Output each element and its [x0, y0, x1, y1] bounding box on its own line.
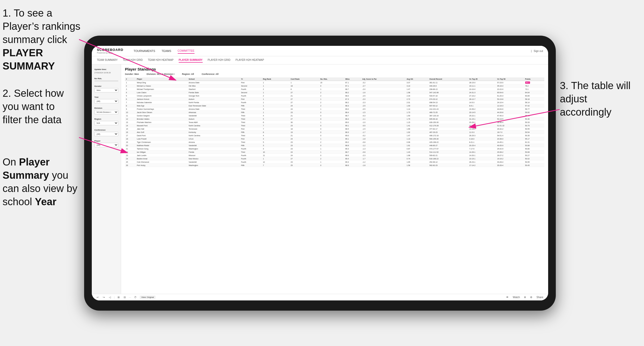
annotation-step3: 3. The table will adjust accordingly — [560, 79, 641, 119]
gender-select[interactable]: Men — [94, 88, 118, 92]
nav-item-teams[interactable]: TEAMS — [162, 48, 171, 53]
table-cell: 50.54 — [524, 131, 544, 134]
undo-button[interactable]: ↩ — [96, 295, 100, 299]
table-cell: -1.8 — [361, 164, 406, 167]
sub-nav-player-h2h-heatmap[interactable]: PLAYER H2H HEATMAP — [236, 58, 264, 63]
table-cell: 1 — [319, 160, 344, 164]
table-cell: -1.3 — [361, 147, 406, 150]
clock-button[interactable]: ⏱ — [133, 295, 138, 299]
table-cell: Ole Miss — [188, 84, 240, 88]
download-button[interactable]: ⬇ — [523, 295, 527, 299]
table-cell: 28-12-7 — [468, 98, 496, 101]
copy-button[interactable]: ⊞ — [117, 295, 121, 299]
table-cell: Maxwell Ford — [136, 124, 188, 127]
table-cell: 14-26-1 — [468, 150, 496, 154]
watch-button[interactable]: Watch — [512, 295, 521, 299]
table-cell: 35-16-4 — [496, 84, 524, 88]
table-cell: 69.0 — [344, 121, 361, 124]
table-cell: 50-19-8 — [496, 98, 524, 101]
table-row: 5Christo LamprechtGeorgia TechFourth2212… — [125, 94, 544, 98]
paste-button[interactable]: ⊟ — [123, 295, 127, 299]
table-cell: 55.17 — [524, 137, 544, 141]
year-select[interactable]: (All) — [94, 99, 118, 103]
sub-nav-player-h2h-grid[interactable]: PLAYER H2H GRID — [208, 58, 230, 63]
table-cell: 208-86-13 — [428, 88, 468, 91]
table-cell: Washington — [188, 147, 240, 150]
table-cell: 69.1 — [344, 137, 361, 141]
back-button[interactable]: ◁ — [108, 295, 112, 299]
table-cell: Fifth — [240, 104, 262, 107]
table-cell: Michael Thorbjornsen — [136, 88, 188, 91]
table-cell: 68.2 — [344, 91, 361, 94]
table-cell: 67.1 — [344, 84, 361, 88]
sub-nav-player-summary[interactable]: PLAYER SUMMARY — [179, 58, 203, 63]
table-cell: 1 — [262, 91, 290, 94]
table-cell: 38-46-4 — [496, 121, 524, 124]
table-cell: 69.0 — [344, 134, 361, 137]
settings-button[interactable]: ⚙ — [529, 295, 533, 299]
table-cell: -1.2 — [361, 160, 406, 164]
table-cell: 0 — [319, 131, 344, 134]
table-cell: Bastien Amat — [136, 157, 188, 160]
player-label: Player — [94, 140, 118, 142]
region-select[interactable]: N/A — [94, 121, 118, 125]
sub-nav-team-h2h-heatmap[interactable]: TEAM H2H HEATMAP — [148, 58, 174, 63]
table-cell: 2.01 — [406, 101, 428, 104]
table-cell: Third — [240, 124, 262, 127]
table-cell: 54-51-4 — [496, 134, 524, 137]
conference-select[interactable]: (All) — [94, 132, 118, 136]
table-row: 26Petr HrubyWashingtonFifth725068.6-1.81… — [125, 164, 544, 167]
annotation-step2: 2. Select how you want to filter the dat… — [3, 87, 76, 126]
table-cell: First — [240, 137, 262, 141]
table-cell: 605-96-18 — [428, 117, 468, 121]
col-overall-record: Overall Record — [428, 77, 468, 81]
table-cell: 67.3 — [344, 98, 361, 101]
sub-nav-team-h2h-grid[interactable]: TEAM H2H GRID — [123, 58, 143, 63]
table-cell: 21 — [125, 147, 136, 150]
player-select[interactable]: (All) — [94, 143, 118, 147]
table-cell: 547-142-98 — [428, 91, 468, 94]
table-row: 10Jacob Skov OlesenArkansasFifth123068.4… — [125, 111, 544, 114]
sign-out-link[interactable]: Sign out — [534, 50, 543, 52]
view-original-label[interactable]: View: Original — [140, 296, 155, 299]
toolbar-separator1: | — [114, 296, 114, 299]
table-cell: 18-7-3 — [496, 131, 524, 134]
no-rds-slider[interactable] — [94, 80, 118, 81]
table-cell: 8 — [262, 131, 290, 134]
table-cell: 2 — [319, 91, 344, 94]
table-cell: 10 — [125, 111, 136, 114]
table-cell: 64.04 — [524, 91, 544, 94]
division-select[interactable]: NCAA Division I — [94, 110, 118, 114]
table-cell: 27-10-2 — [468, 94, 496, 98]
table-cell: -2.5 — [361, 94, 406, 98]
table-cell: Arizona State — [188, 107, 240, 111]
nav-items: TOURNAMENTS TEAMS COMMITTEE — [134, 48, 523, 54]
share-button[interactable]: Share — [535, 295, 544, 299]
table-cell: 88.2 — [524, 81, 544, 84]
table-cell: 14-5-3 — [468, 101, 496, 104]
table-cell: New Mexico — [188, 157, 240, 160]
table-cell: 1.13 — [406, 137, 428, 141]
eye-button[interactable]: 👁 — [505, 295, 510, 299]
table-body: 1Wenyi DingArizona StateFirst111567.1-3.… — [125, 81, 544, 167]
table-row: 11Gordon SargentVanderbiltThird421068.7-… — [125, 114, 544, 117]
sub-nav-team-summary[interactable]: TEAM SUMMARY — [97, 58, 118, 63]
nav-item-tournaments[interactable]: TOURNAMENTS — [134, 48, 155, 53]
nav-separator: | — [531, 50, 532, 52]
table-cell: 1 — [319, 147, 344, 150]
table-cell: 23 — [290, 124, 319, 127]
annotation-bottom: On Player Summary you can also view by s… — [3, 155, 79, 208]
table-cell: 2 — [319, 101, 344, 104]
region-label: Region — [94, 118, 118, 120]
table-cell: 4-18-0 — [468, 137, 496, 141]
table-cell: 8 — [290, 88, 319, 91]
table-cell: Phichakn Maichon — [136, 121, 188, 124]
table-cell: -0.8 — [361, 150, 406, 154]
table-cell: 27 — [290, 98, 319, 101]
table-cell: -0.3 — [361, 114, 406, 117]
redo-button[interactable]: ↪ — [102, 295, 106, 299]
table-cell: 17 — [125, 134, 136, 137]
table-cell: 68.2 — [344, 101, 361, 104]
nav-item-committee[interactable]: COMMITTEE — [178, 48, 195, 54]
table-cell: 61-20-3 — [496, 94, 524, 98]
